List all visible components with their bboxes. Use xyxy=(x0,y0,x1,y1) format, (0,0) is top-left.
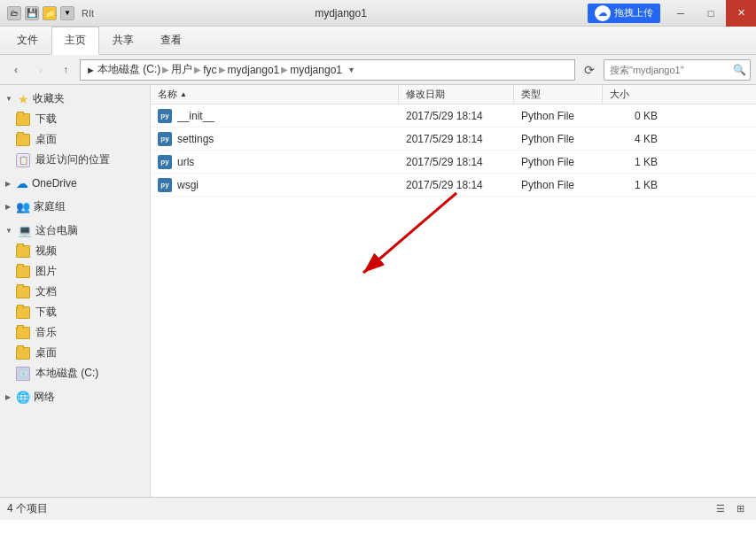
sidebar-thispc-header[interactable]: ▼ 💻 这台电脑 xyxy=(0,221,150,241)
table-row[interactable]: py wsgi 2017/5/29 18:14 Python File 1 KB xyxy=(151,174,756,197)
breadcrumb[interactable]: ► 本地磁盘 (C:) ▶ 用户 ▶ fyc ▶ mydjango1 ▶ myd… xyxy=(80,59,575,81)
breadcrumb-sep: ▶ xyxy=(219,65,226,74)
main-area: ▼ ★ 收藏夹 下载 桌面 📋 最近访问的位置 ▶ ☁ OneDrive xyxy=(0,85,756,497)
sidebar-item-label: 桌面 xyxy=(35,345,57,360)
file-area: 名称 ▲ 修改日期 类型 大小 py __init__ 2017/5/29 18… xyxy=(151,85,756,497)
sidebar-item-label: 视频 xyxy=(35,244,57,259)
file-cell-type: Python File xyxy=(514,179,603,191)
titlebar-left: 🗁 💾 📁 ▼ RIt xyxy=(7,6,94,20)
sidebar-item-label: 本地磁盘 (C:) xyxy=(35,366,98,381)
column-header: 名称 ▲ 修改日期 类型 大小 xyxy=(151,85,756,104)
refresh-button[interactable]: ⟳ xyxy=(579,59,600,81)
ribbon-tabs: 文件 主页 共享 查看 xyxy=(0,27,756,54)
sidebar-item-label: 最近访问的位置 xyxy=(35,152,110,167)
sidebar-item-documents[interactable]: 文档 xyxy=(0,282,150,302)
chevron-icon: ▶ xyxy=(5,393,11,401)
statusbar: 4 个项目 ☰ ⊞ xyxy=(0,497,756,520)
file-cell-size: 4 KB xyxy=(603,133,665,145)
file-cell-date: 2017/5/29 18:14 xyxy=(399,179,514,191)
folder-quick-icon[interactable]: 📁 xyxy=(43,6,57,20)
python-file-icon: py xyxy=(158,178,172,192)
tab-share[interactable]: 共享 xyxy=(99,27,147,54)
sidebar-item-local-disk[interactable]: 💿 本地磁盘 (C:) xyxy=(0,363,150,383)
table-row[interactable]: py settings 2017/5/29 18:14 Python File … xyxy=(151,128,756,151)
file-cell-name: py wsgi xyxy=(151,178,399,192)
window-title: mydjango1 xyxy=(94,7,588,19)
close-button[interactable]: ✕ xyxy=(726,0,756,27)
sidebar-item-download[interactable]: 下载 xyxy=(0,109,150,129)
file-cell-size: 0 KB xyxy=(603,110,665,122)
breadcrumb-dropdown[interactable]: ▼ xyxy=(347,66,355,74)
table-row[interactable]: py urls 2017/5/29 18:14 Python File 1 KB xyxy=(151,151,756,174)
maximize-button[interactable]: □ xyxy=(696,0,726,27)
sidebar-item-pictures[interactable]: 图片 xyxy=(0,261,150,282)
back-button[interactable]: ‹ xyxy=(5,59,27,81)
col-header-date[interactable]: 修改日期 xyxy=(399,85,514,104)
addressbar: ‹ › ↑ ► 本地磁盘 (C:) ▶ 用户 ▶ fyc ▶ mydjango1… xyxy=(0,55,756,85)
ribbon: 文件 主页 共享 查看 xyxy=(0,27,756,55)
sidebar-item-recent[interactable]: 📋 最近访问的位置 xyxy=(0,150,150,170)
file-cell-type: Python File xyxy=(514,133,603,145)
sidebar-favorites-label: 收藏夹 xyxy=(33,91,65,106)
sidebar-item-desktop2[interactable]: 桌面 xyxy=(0,343,150,363)
file-cell-name: py settings xyxy=(151,132,399,146)
forward-button[interactable]: › xyxy=(30,59,51,81)
minimize-button[interactable]: ─ xyxy=(666,0,696,27)
search-icon[interactable]: 🔍 xyxy=(729,60,750,80)
table-row[interactable]: py __init__ 2017/5/29 18:14 Python File … xyxy=(151,104,756,128)
sidebar-network-header[interactable]: ▶ 🌐 网络 xyxy=(0,387,150,407)
homegroup-icon: 👥 xyxy=(16,200,30,213)
statusbar-count: 4 个项目 xyxy=(7,501,48,516)
sidebar-homegroup-header[interactable]: ▶ 👥 家庭组 xyxy=(0,197,150,217)
breadcrumb-segment[interactable]: mydjango1 xyxy=(290,64,342,76)
sidebar-favorites-header[interactable]: ▼ ★ 收藏夹 xyxy=(0,89,150,109)
window-controls: ─ □ ✕ xyxy=(666,0,756,27)
sidebar-onedrive-header[interactable]: ▶ ☁ OneDrive xyxy=(0,174,150,193)
sidebar-item-downloads[interactable]: 下载 xyxy=(0,302,150,322)
view-details-button[interactable]: ☰ xyxy=(712,501,729,517)
drive-icon: 💿 xyxy=(16,367,30,381)
breadcrumb-segment[interactable]: 本地磁盘 (C:) xyxy=(97,62,160,77)
sort-arrow-icon: ▲ xyxy=(180,90,187,98)
sidebar-item-videos[interactable]: 视频 xyxy=(0,241,150,261)
app-icon: 🗁 xyxy=(7,6,21,20)
sidebar-item-label: 音乐 xyxy=(35,325,57,340)
breadcrumb-sep: ▶ xyxy=(281,65,288,74)
search-input[interactable] xyxy=(604,60,729,80)
folder-icon xyxy=(16,286,30,298)
up-button[interactable]: ↑ xyxy=(55,59,76,81)
sidebar-item-music[interactable]: 音乐 xyxy=(0,322,150,343)
chevron-icon: ▼ xyxy=(5,95,12,103)
folder-icon xyxy=(16,113,30,126)
baidu-area[interactable]: ☁ 拖拽上传 xyxy=(588,4,660,23)
file-cell-date: 2017/5/29 18:14 xyxy=(399,156,514,168)
col-header-type[interactable]: 类型 xyxy=(514,85,603,104)
sidebar: ▼ ★ 收藏夹 下载 桌面 📋 最近访问的位置 ▶ ☁ OneDrive xyxy=(0,85,151,497)
file-cell-size: 1 KB xyxy=(603,156,665,168)
col-header-size[interactable]: 大小 xyxy=(603,85,665,104)
breadcrumb-segment[interactable]: mydjango1 xyxy=(228,64,280,76)
tab-file[interactable]: 文件 xyxy=(4,27,51,54)
tab-home[interactable]: 主页 xyxy=(51,27,99,55)
file-cell-date: 2017/5/29 18:14 xyxy=(399,110,514,122)
save-icon[interactable]: 💾 xyxy=(25,6,39,20)
file-cell-name: py __init__ xyxy=(151,109,399,123)
sidebar-homegroup-label: 家庭组 xyxy=(34,199,66,214)
baidu-label: 拖拽上传 xyxy=(614,6,653,19)
sidebar-item-label: 图片 xyxy=(35,264,57,279)
tab-view[interactable]: 查看 xyxy=(147,27,195,54)
dropdown-icon[interactable]: ▼ xyxy=(60,6,74,20)
baidu-icon: ☁ xyxy=(595,5,611,21)
breadcrumb-segment[interactable]: fyc xyxy=(203,64,216,76)
view-grid-button[interactable]: ⊞ xyxy=(731,501,749,517)
folder-icon xyxy=(16,347,30,360)
breadcrumb-segment[interactable]: 用户 xyxy=(171,62,192,77)
folder-icon xyxy=(16,245,30,258)
file-cell-name: py urls xyxy=(151,155,399,169)
onedrive-icon: ☁ xyxy=(16,176,28,190)
sidebar-section-onedrive: ▶ ☁ OneDrive xyxy=(0,174,150,193)
sidebar-item-desktop[interactable]: 桌面 xyxy=(0,129,150,150)
col-header-name[interactable]: 名称 ▲ xyxy=(151,85,399,104)
sidebar-thispc-label: 这台电脑 xyxy=(35,223,78,238)
sidebar-item-label: 文档 xyxy=(35,284,57,299)
